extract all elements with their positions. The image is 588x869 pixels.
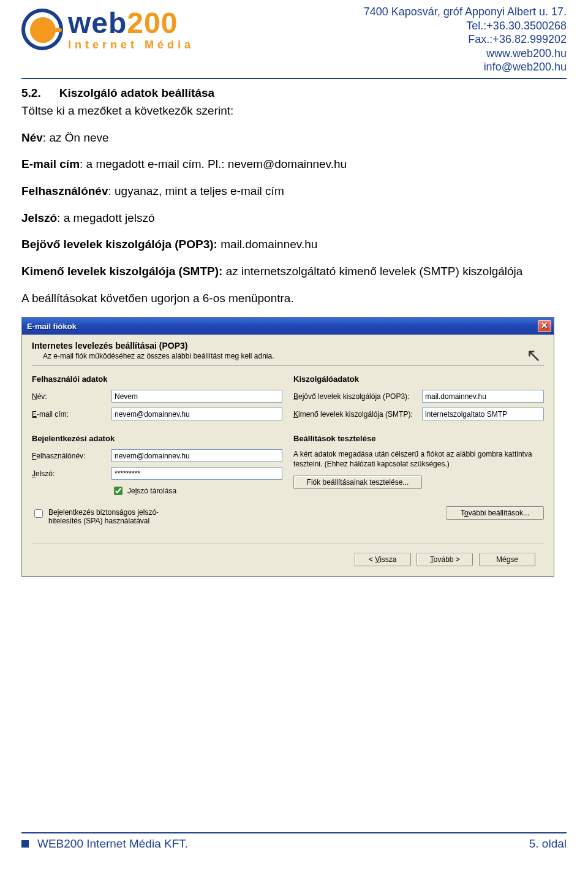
dialog-titlebar: E-mail fiókok ✕: [22, 317, 554, 335]
input-username[interactable]: [111, 449, 282, 462]
test-description: A kért adatok megadása után célszerű a f…: [293, 449, 544, 469]
after-text: A beállításokat követően ugorjon a 6-os …: [21, 290, 567, 306]
cancel-button[interactable]: Mégse: [479, 553, 535, 566]
label-name: Név:: [32, 392, 111, 401]
input-smtp[interactable]: [422, 408, 544, 420]
footer-page: 5. oldal: [529, 837, 567, 851]
email-accounts-dialog: E-mail fiókok ✕ ↖ Internetes levelezés b…: [21, 317, 554, 577]
group-server-info: Kiszolgálóadatok: [293, 374, 544, 384]
checkbox-spa-label: Bejelentkezés biztonságos jelszó-hiteles…: [48, 508, 183, 525]
contact-email: info@web200.hu: [364, 60, 567, 74]
checkbox-save-password-text: Jelszó tárolása: [127, 487, 176, 495]
line-pop: Bejövő levelek kiszolgálója (POP3): mail…: [21, 237, 567, 252]
group-user-info: Felhasználói adatok: [32, 374, 282, 384]
dialog-title: E-mail fiókok: [27, 322, 77, 331]
group-test: Beállítások tesztelése: [293, 434, 544, 443]
contact-address: 7400 Kaposvár, gróf Apponyi Albert u. 17…: [364, 5, 567, 19]
checkbox-save-password-label[interactable]: Jelszó tárolása: [111, 485, 191, 497]
input-pop3[interactable]: [422, 390, 544, 403]
footer-square-icon: [21, 840, 29, 848]
contact-fax: Fax.:+36.82.999202: [364, 32, 567, 47]
next-button[interactable]: Tovább >: [417, 553, 473, 566]
label-email: E-mail cím:: [32, 410, 111, 419]
test-account-button[interactable]: Fiók beállításainak tesztelése...: [293, 476, 422, 489]
checkbox-spa[interactable]: [34, 509, 43, 518]
contact-block: 7400 Kaposvár, gróf Apponyi Albert u. 17…: [364, 5, 567, 74]
logo-mark-icon: [21, 9, 63, 50]
input-name[interactable]: [111, 390, 282, 403]
back-button[interactable]: < Vissza: [355, 553, 411, 566]
section-number: 5.2.: [21, 85, 41, 101]
label-smtp: Kimenő levelek kiszolgálója (SMTP):: [293, 410, 422, 419]
label-password: Jelszó:: [32, 469, 111, 478]
input-email[interactable]: [111, 408, 282, 420]
input-password[interactable]: [111, 467, 282, 480]
line-user: Felhasználónév: ugyanaz, mint a teljes e…: [21, 183, 567, 199]
contact-tel: Tel.:+36.30.3500268: [364, 19, 567, 33]
intro-text: Töltse ki a mezőket a következők szerint…: [21, 103, 567, 119]
logo: web200 Internet Média: [21, 9, 194, 50]
logo-subtitle: Internet Média: [68, 39, 194, 50]
section-title: Kiszolgáló adatok beállítása: [59, 85, 214, 101]
label-username: Felhasználónév:: [32, 452, 111, 460]
line-name: Név: az Ön neve: [21, 130, 567, 146]
more-settings-button[interactable]: További beállítások...: [446, 506, 544, 520]
footer-company: WEB200 Internet Média KFT.: [21, 837, 188, 851]
logo-200: 200: [127, 7, 178, 39]
header-divider: [21, 78, 567, 79]
checkbox-save-password[interactable]: [114, 487, 123, 495]
group-login: Bejelentkezési adatok: [32, 434, 282, 443]
footer-divider: [21, 832, 567, 833]
logo-web: web: [68, 7, 127, 39]
close-button[interactable]: ✕: [538, 320, 551, 332]
label-pop3: Bejövő levelek kiszolgálója (POP3):: [293, 392, 422, 401]
contact-www: www.web200.hu: [364, 47, 567, 61]
logo-wordmark: web200: [68, 9, 194, 38]
dialog-divider: [32, 365, 544, 366]
cursor-icon: ↖: [526, 344, 541, 366]
line-smtp: Kimenő levelek kiszolgálója (SMTP): az i…: [21, 264, 567, 279]
line-email: E-mail cím: a megadott e-mail cím. Pl.: …: [21, 156, 567, 172]
line-pwd: Jelszó: a megadott jelszó: [21, 210, 567, 226]
dialog-heading: Internetes levelezés beállításai (POP3): [32, 341, 544, 351]
dialog-subheading: Az e-mail fiók működéséhez az összes alá…: [43, 352, 544, 360]
